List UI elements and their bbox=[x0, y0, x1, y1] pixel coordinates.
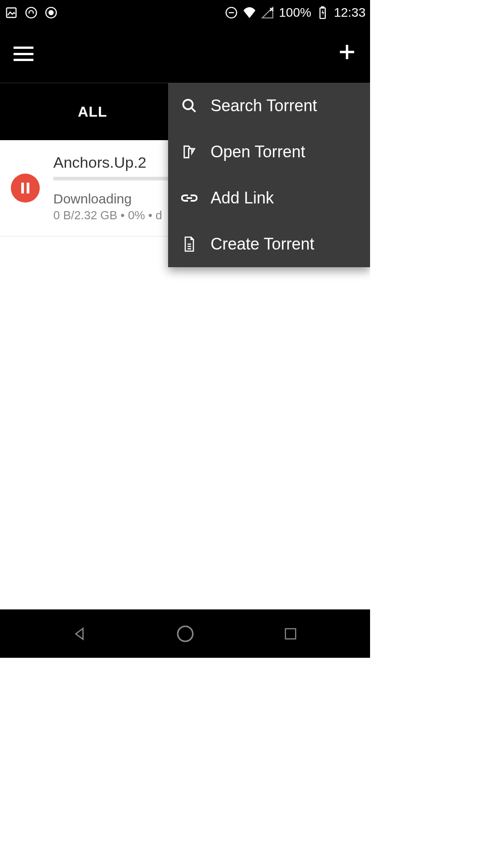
add-menu-dropdown: Search Torrent Open Torrent Add Link bbox=[168, 83, 370, 267]
status-left-icons bbox=[5, 6, 58, 19]
wifi-icon bbox=[243, 6, 256, 19]
menu-label: Add Link bbox=[211, 189, 274, 208]
menu-create-torrent[interactable]: Create Torrent bbox=[168, 221, 370, 267]
app-bar bbox=[0, 25, 370, 83]
svg-rect-18 bbox=[285, 628, 296, 639]
status-bar: 100% 12:33 bbox=[0, 0, 370, 25]
svg-point-1 bbox=[26, 7, 36, 18]
svg-rect-8 bbox=[320, 8, 325, 18]
menu-open-torrent[interactable]: Open Torrent bbox=[168, 129, 370, 175]
navigation-bar bbox=[0, 609, 370, 658]
battery-percent: 100% bbox=[279, 5, 311, 20]
nav-recent-button[interactable] bbox=[281, 624, 300, 644]
pause-button[interactable] bbox=[11, 174, 40, 203]
svg-point-12 bbox=[183, 100, 193, 109]
image-icon bbox=[5, 6, 18, 19]
status-right: 100% 12:33 bbox=[225, 5, 366, 20]
menu-add-link[interactable]: Add Link bbox=[168, 175, 370, 221]
svg-line-13 bbox=[192, 108, 196, 112]
menu-label: Open Torrent bbox=[211, 142, 305, 161]
signal-icon bbox=[261, 6, 274, 19]
svg-rect-9 bbox=[322, 7, 324, 8]
menu-label: Create Torrent bbox=[211, 235, 314, 254]
open-file-icon bbox=[181, 143, 198, 160]
document-icon bbox=[181, 236, 198, 253]
svg-point-17 bbox=[178, 626, 192, 641]
dnd-icon bbox=[225, 6, 238, 19]
pause-icon bbox=[21, 183, 29, 193]
status-time: 12:33 bbox=[334, 5, 366, 20]
menu-button[interactable] bbox=[14, 47, 33, 61]
tab-all[interactable]: ALL bbox=[0, 104, 185, 120]
headphones-icon bbox=[24, 6, 38, 19]
nav-home-button[interactable] bbox=[175, 624, 195, 644]
search-icon bbox=[181, 97, 198, 114]
circle-icon bbox=[44, 6, 58, 19]
svg-point-3 bbox=[48, 10, 54, 15]
menu-search-torrent[interactable]: Search Torrent bbox=[168, 83, 370, 129]
nav-back-button[interactable] bbox=[70, 624, 90, 644]
link-icon bbox=[181, 189, 198, 207]
menu-label: Search Torrent bbox=[211, 96, 317, 115]
battery-charging-icon bbox=[316, 6, 329, 19]
add-button[interactable] bbox=[338, 42, 357, 66]
